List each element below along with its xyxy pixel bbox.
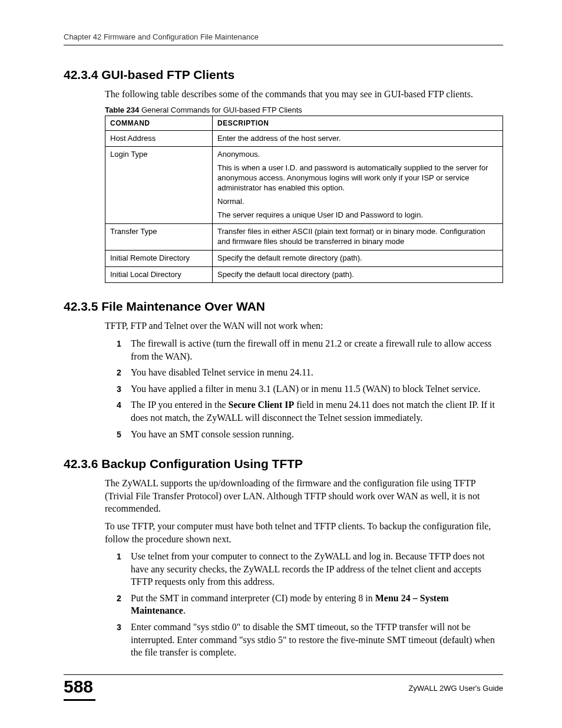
list-item: 5You have an SMT console session running…	[117, 428, 503, 441]
guide-name: ZyWALL 2WG User's Guide	[409, 684, 503, 693]
cell-line: The server requires a unique User ID and…	[217, 210, 498, 220]
cell-line: Anonymous.	[217, 150, 498, 160]
list-num: 5	[117, 429, 121, 440]
list-num: 2	[117, 593, 121, 604]
table-header-row: COMMAND DESCRIPTION	[105, 116, 503, 130]
s3-p1: The ZyWALL supports the up/downloading o…	[105, 477, 503, 515]
list-item: 4The IP you entered in the Secure Client…	[117, 398, 503, 424]
s1-intro: The following table describes some of th…	[105, 88, 503, 101]
table-row: Host Address Enter the address of the ho…	[105, 130, 503, 147]
list-text: You have disabled Telnet service in menu…	[131, 367, 313, 377]
list-item: 3You have applied a filter in menu 3.1 (…	[117, 383, 503, 396]
list-text: Use telnet from your computer to connect…	[131, 551, 485, 587]
list-num: 4	[117, 400, 121, 411]
table-row: Initial Local Directory Specify the defa…	[105, 266, 503, 283]
list-text-bold: Secure Client IP	[229, 400, 295, 410]
list-text: You have an SMT console session running.	[131, 429, 294, 439]
list-item: 2Put the SMT in command interpreter (CI)…	[117, 592, 503, 617]
cell: Enter the address of the host server.	[213, 130, 503, 147]
list-item: 1Use telnet from your computer to connec…	[117, 550, 503, 588]
cell: Initial Local Directory	[105, 266, 213, 283]
list-num: 3	[117, 622, 121, 633]
table-row: Login Type Anonymous. This is when a use…	[105, 147, 503, 223]
cell: Transfer Type	[105, 223, 213, 250]
th-command: COMMAND	[105, 116, 213, 130]
list-text: The IP you entered in the	[131, 400, 229, 410]
table-row: Transfer Type Transfer files in either A…	[105, 223, 503, 250]
cell: Transfer files in either ASCII (plain te…	[213, 223, 503, 250]
th-description: DESCRIPTION	[213, 116, 503, 130]
list-item: 2You have disabled Telnet service in men…	[117, 366, 503, 379]
list-item: 1The firewall is active (turn the firewa…	[117, 337, 503, 363]
list-num: 1	[117, 551, 121, 562]
cell: Specify the default remote directory (pa…	[213, 250, 503, 266]
list-text: Enter command "sys stdio 0" to disable t…	[131, 622, 495, 657]
cell: Specify the default local directory (pat…	[213, 266, 503, 283]
list-text: You have applied a filter in menu 3.1 (L…	[131, 384, 481, 394]
page: Chapter 42 Firmware and Configuration Fi…	[0, 0, 562, 728]
list-num: 2	[117, 367, 121, 378]
list-text: The firewall is active (turn the firewal…	[131, 338, 491, 361]
heading-4235: 42.3.5 File Maintenance Over WAN	[64, 299, 503, 314]
s2-list: 1The firewall is active (turn the firewa…	[117, 337, 503, 440]
footer: 588 ZyWALL 2WG User's Guide	[64, 674, 503, 701]
s2-intro: TFTP, FTP and Telnet over the WAN will n…	[105, 319, 503, 332]
page-number: 588	[64, 677, 95, 699]
cell: Initial Remote Directory	[105, 250, 213, 266]
list-text: Put the SMT in command interpreter (CI) …	[131, 593, 375, 603]
list-num: 1	[117, 338, 121, 350]
chapter-header: Chapter 42 Firmware and Configuration Fi…	[64, 32, 503, 45]
heading-4236: 42.3.6 Backup Configuration Using TFTP	[64, 457, 503, 471]
table-caption: Table 234 General Commands for GUI-based…	[105, 106, 503, 114]
page-number-box: 588	[64, 677, 95, 701]
s3-p2: To use TFTP, your computer must have bot…	[105, 520, 503, 545]
table-caption-num: Table 234	[105, 106, 139, 114]
cell: Host Address	[105, 130, 213, 147]
list-text: .	[183, 605, 186, 615]
commands-table: COMMAND DESCRIPTION Host Address Enter t…	[105, 116, 503, 284]
s3-list: 1Use telnet from your computer to connec…	[117, 550, 503, 659]
cell: Anonymous. This is when a user I.D. and …	[213, 147, 503, 223]
cell: Login Type	[105, 147, 213, 223]
list-num: 3	[117, 384, 121, 395]
cell-line: This is when a user I.D. and password is…	[217, 163, 498, 193]
table-caption-title: General Commands for GUI-based FTP Clien…	[139, 106, 302, 114]
cell-line: Normal.	[217, 197, 498, 207]
heading-4234: 42.3.4 GUI-based FTP Clients	[64, 68, 503, 82]
list-item: 3Enter command "sys stdio 0" to disable …	[117, 621, 503, 659]
table-row: Initial Remote Directory Specify the def…	[105, 250, 503, 266]
